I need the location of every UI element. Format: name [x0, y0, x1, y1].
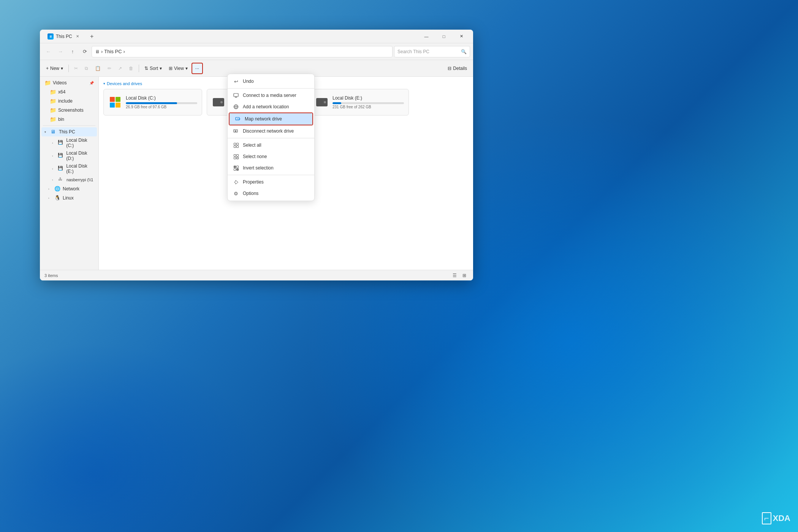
- details-button[interactable]: ⊟ Details: [445, 63, 470, 74]
- sidebar-item-this-pc-label: This PC: [59, 129, 75, 135]
- sidebar-item-x64[interactable]: 📁 x64: [41, 87, 97, 97]
- search-box[interactable]: Search This PC 🔍: [394, 46, 470, 57]
- menu-item-undo[interactable]: ↩ Undo: [228, 76, 314, 87]
- options-icon: ⚙: [233, 190, 239, 196]
- sidebar-item-bin[interactable]: 📁 bin: [41, 115, 97, 124]
- menu-item-disconnect[interactable]: Disconnect network drive: [228, 125, 314, 137]
- menu-item-properties[interactable]: Properties: [228, 176, 314, 188]
- paste-button[interactable]: 📋: [92, 63, 104, 74]
- copy-button[interactable]: ⧉: [82, 63, 91, 74]
- sidebar-divider: [43, 125, 95, 126]
- list-view-button[interactable]: ☰: [450, 271, 459, 280]
- sort-label: Sort: [150, 66, 158, 71]
- back-button[interactable]: ←: [43, 46, 54, 57]
- menu-item-select-all[interactable]: Select all: [228, 139, 314, 151]
- items-count: 3 items: [44, 273, 58, 278]
- sidebar-item-this-pc[interactable]: ▾ 🖥 This PC: [41, 127, 97, 136]
- rename-button[interactable]: ✏: [104, 63, 114, 74]
- x64-folder-icon: 📁: [50, 89, 56, 95]
- drive-c-free: 26.9 GB free of 97.6 GB: [126, 105, 197, 109]
- menu-item-map-drive[interactable]: Map network drive: [230, 113, 312, 125]
- view-button[interactable]: ⊞ View ▾: [166, 63, 191, 74]
- refresh-button[interactable]: ⟳: [79, 46, 90, 57]
- menu-item-select-none-label: Select none: [243, 154, 267, 159]
- hdd-e-icon: [316, 98, 328, 106]
- network-icon: 🌐: [54, 186, 60, 192]
- sidebar-item-include[interactable]: 📁 include: [41, 97, 97, 106]
- close-button[interactable]: ✕: [453, 30, 470, 43]
- drive-d-icon: [212, 95, 225, 109]
- svg-rect-13: [236, 143, 238, 145]
- drive-c-name: Local Disk (C:): [126, 95, 197, 101]
- sidebar-item-screenshots[interactable]: 📁 Screenshots: [41, 106, 97, 115]
- menu-item-select-none[interactable]: Select none: [228, 151, 314, 162]
- svg-rect-15: [236, 146, 238, 147]
- svg-rect-17: [236, 154, 238, 156]
- share-button[interactable]: ↗: [115, 63, 125, 74]
- menu-item-connect-media[interactable]: Connect to a media server: [228, 90, 314, 101]
- disk-c-icon: 💾: [58, 140, 64, 146]
- tab-close-button[interactable]: ✕: [74, 33, 81, 40]
- grid-view-button[interactable]: ⊞: [460, 271, 469, 280]
- sort-arrow: ▾: [160, 66, 162, 71]
- cut-button[interactable]: ✂: [71, 63, 81, 74]
- address-bar: ← → ↑ ⟳ 🖥 › This PC › Search This PC 🔍: [40, 43, 473, 60]
- sidebar-item-videos[interactable]: 📁 Videos 📌: [41, 78, 97, 87]
- svg-rect-0: [234, 93, 238, 97]
- menu-item-disconnect-label: Disconnect network drive: [243, 128, 294, 134]
- menu-sep-1: [228, 88, 314, 89]
- drive-e-fill: [332, 102, 341, 104]
- xda-watermark: ⌐ XDA: [762, 512, 790, 524]
- new-button[interactable]: + New ▾: [43, 63, 66, 74]
- drive-c-info: Local Disk (C:) 26.9 GB free of 97.6 GB: [126, 95, 197, 109]
- menu-item-properties-label: Properties: [243, 179, 264, 185]
- svg-rect-21: [236, 166, 238, 168]
- menu-item-add-network[interactable]: Add a network location: [228, 101, 314, 112]
- sidebar-item-local-d-label: Local Disk (D:): [66, 150, 94, 161]
- up-button[interactable]: ↑: [67, 46, 78, 57]
- menu-item-invert[interactable]: Invert selection: [228, 162, 314, 174]
- details-icon: ⊟: [448, 66, 451, 71]
- windows-logo: [110, 97, 120, 108]
- xda-bracket-icon: ⌐: [762, 512, 771, 524]
- sidebar-item-local-e[interactable]: › 💾 Local Disk (E:): [41, 162, 97, 175]
- view-icons: ☰ ⊞: [450, 271, 469, 280]
- more-button[interactable]: ···: [192, 63, 203, 74]
- search-icon: 🔍: [461, 49, 467, 54]
- drive-e-name: Local Disk (E:): [332, 95, 404, 101]
- delete-button[interactable]: 🗑: [126, 63, 136, 74]
- sidebar-item-local-d[interactable]: › 💾 Local Disk (D:): [41, 149, 97, 162]
- svg-rect-12: [234, 143, 236, 145]
- add-network-icon: [233, 104, 239, 110]
- drive-card-e[interactable]: Local Disk (E:) 231 GB free of 262 GB: [310, 89, 409, 116]
- select-none-icon: [233, 154, 239, 160]
- new-label: New: [50, 66, 59, 71]
- sidebar-item-include-label: include: [58, 98, 73, 104]
- win-logo-q1: [110, 97, 115, 102]
- menu-item-options[interactable]: ⚙ Options: [228, 188, 314, 199]
- screenshots-folder-icon: 📁: [50, 107, 56, 113]
- menu-item-map-drive-label: Map network drive: [245, 116, 282, 122]
- sidebar-item-bin-label: bin: [58, 117, 64, 122]
- minimize-button[interactable]: —: [418, 30, 435, 43]
- drive-card-c[interactable]: Local Disk (C:) 26.9 GB free of 97.6 GB: [103, 89, 202, 116]
- sidebar-item-nasberrypi[interactable]: › 🖧 nasberrypi (\\1: [41, 175, 97, 184]
- address-path[interactable]: 🖥 › This PC ›: [92, 46, 393, 57]
- sort-button[interactable]: ⇅ Sort ▾: [141, 63, 165, 74]
- maximize-button[interactable]: □: [435, 30, 453, 43]
- this-pc-icon: 🖥: [51, 129, 57, 135]
- explorer-tab[interactable]: 🖥 This PC ✕: [43, 30, 85, 43]
- menu-item-invert-label: Invert selection: [243, 165, 274, 171]
- sidebar-item-linux[interactable]: › 🐧 Linux: [41, 193, 97, 203]
- forward-button[interactable]: →: [55, 46, 66, 57]
- new-tab-button[interactable]: +: [87, 31, 97, 42]
- view-icon: ⊞: [169, 66, 173, 71]
- sidebar-item-local-c[interactable]: › 💾 Local Disk (C:): [41, 136, 97, 149]
- media-server-icon: [233, 92, 239, 98]
- expand-network-arrow: ›: [48, 187, 52, 191]
- section-arrow: ▾: [103, 82, 105, 86]
- drive-c-icon: [108, 95, 122, 109]
- sidebar-item-network[interactable]: › 🌐 Network: [41, 184, 97, 193]
- bg-decoration-2: [0, 342, 266, 532]
- invert-icon: [233, 165, 239, 171]
